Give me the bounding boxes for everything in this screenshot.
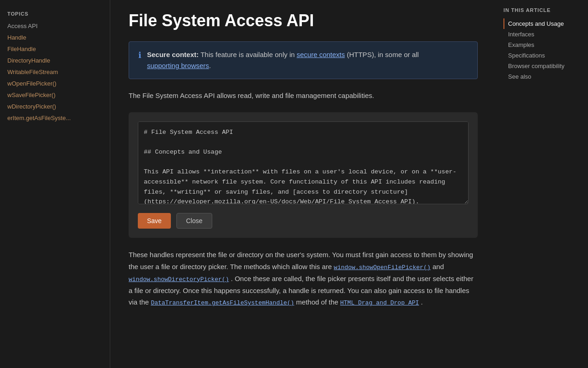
toc-item-browser-compat[interactable]: Browser compatibility bbox=[503, 61, 588, 71]
sidebar-heading: TOPICS bbox=[0, 7, 110, 20]
secure-contexts-link[interactable]: secure contexts bbox=[297, 51, 345, 58]
page-title: File System Access API bbox=[129, 11, 478, 30]
sidebar-item-handle[interactable]: Handle bbox=[0, 32, 110, 43]
secure-context-text: Secure context: This feature is availabl… bbox=[147, 49, 419, 71]
body-text-3: method of the bbox=[296, 298, 339, 306]
sidebar-item-savefilepicker[interactable]: wSaveFilePicker() bbox=[0, 89, 110, 101]
secure-context-period: . bbox=[209, 62, 211, 69]
sidebar-item-directorypicker[interactable]: wDirectoryPicker() bbox=[0, 101, 110, 112]
secure-context-box: ℹ Secure context: This feature is availa… bbox=[129, 41, 478, 79]
toc-item-examples[interactable]: Examples bbox=[503, 40, 588, 50]
info-icon: ℹ bbox=[138, 50, 141, 60]
intro-text: The File System Access API allows read, … bbox=[129, 90, 478, 101]
show-open-file-picker-link[interactable]: window.showOpenFilePicker() bbox=[334, 264, 431, 271]
sidebar-item-writablefilestream[interactable]: WritableFileStream bbox=[0, 66, 110, 78]
toc-item-see-also[interactable]: See also bbox=[503, 71, 588, 82]
edit-textarea[interactable]: # File System Access API ## Concepts and… bbox=[138, 121, 469, 204]
close-button[interactable]: Close bbox=[176, 213, 212, 229]
sidebar-item-getasfilesystem[interactable]: erItem.getAsFileSyste... bbox=[0, 112, 110, 124]
html-drag-drop-link[interactable]: HTML Drag and Drop API bbox=[340, 299, 419, 306]
toc-item-specifications[interactable]: Specifications bbox=[503, 50, 588, 61]
sidebar-item-openfilepicker[interactable]: wOpenFilePicker() bbox=[0, 78, 110, 89]
main-content: File System Access API ℹ Secure context:… bbox=[110, 0, 496, 368]
edit-box: # File System Access API ## Concepts and… bbox=[129, 112, 478, 238]
table-of-contents: IN THIS ARTICLE Concepts and Usage Inter… bbox=[496, 0, 588, 368]
sidebar-item-directoryhandle[interactable]: DirectoryHandle bbox=[0, 55, 110, 66]
toc-item-interfaces[interactable]: Interfaces bbox=[503, 29, 588, 40]
toc-heading: IN THIS ARTICLE bbox=[503, 7, 588, 13]
save-button[interactable]: Save bbox=[138, 213, 171, 229]
toc-item-concepts[interactable]: Concepts and Usage bbox=[503, 18, 588, 29]
sidebar-item-filehandle[interactable]: FileHandle bbox=[0, 43, 110, 55]
body-text-4: . bbox=[421, 298, 423, 306]
secure-context-label: Secure context: bbox=[147, 51, 199, 58]
edit-buttons: Save Close bbox=[138, 213, 469, 229]
sidebar: TOPICS Access API Handle FileHandle Dire… bbox=[0, 0, 110, 368]
datatransfer-link[interactable]: DataTransferItem.getAsFileSystemHandle() bbox=[151, 299, 294, 306]
supporting-browsers-link[interactable]: supporting browsers bbox=[147, 62, 209, 69]
show-directory-picker-link[interactable]: window.showDirectoryPicker() bbox=[129, 276, 229, 283]
secure-context-text2: (HTTPS), in some or all bbox=[347, 51, 419, 58]
sidebar-item-access-api[interactable]: Access API bbox=[0, 20, 110, 32]
body-paragraph-1: These handles represent the file or dire… bbox=[129, 249, 478, 308]
body-text-and: and bbox=[432, 263, 444, 270]
secure-context-text1: This feature is available only in bbox=[200, 51, 294, 58]
